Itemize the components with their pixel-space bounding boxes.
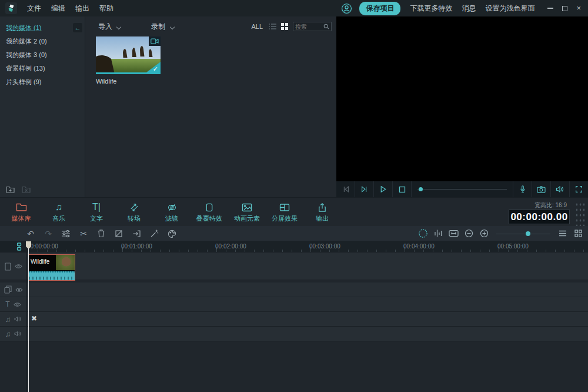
speaker-icon[interactable] bbox=[14, 331, 21, 337]
download-effects-link[interactable]: 下载更多特效 bbox=[410, 4, 452, 14]
timeline-clip-wildlife[interactable]: Wildlife bbox=[28, 254, 75, 281]
tab-label: 滤镜 bbox=[165, 214, 178, 223]
eye-icon[interactable] bbox=[14, 302, 21, 307]
tab-transitions[interactable]: 转场 bbox=[115, 201, 153, 223]
split-screen-icon bbox=[279, 201, 290, 213]
ruler-tick-label: 00:00:00:00 bbox=[27, 243, 58, 250]
menu-file[interactable]: 文件 bbox=[27, 4, 41, 14]
image-icon bbox=[242, 201, 252, 213]
undo-icon[interactable]: ↶ bbox=[22, 229, 39, 238]
tab-elements[interactable]: 动画元素 bbox=[228, 201, 266, 223]
track-manage-icon[interactable] bbox=[15, 242, 23, 251]
video-track[interactable]: Wildlife bbox=[0, 253, 588, 280]
tab-text[interactable]: T| 文字 bbox=[78, 201, 115, 223]
media-item-wildlife[interactable]: ✓ Wildlife bbox=[96, 36, 161, 85]
record-dropdown[interactable]: 录制 bbox=[151, 22, 173, 32]
import-dropdown[interactable]: 导入 bbox=[98, 22, 121, 32]
grid-view-icon[interactable] bbox=[281, 23, 288, 30]
zoom-slider-track bbox=[496, 234, 550, 234]
volume-icon[interactable] bbox=[551, 185, 569, 193]
zoom-in-icon[interactable] bbox=[477, 229, 490, 238]
timecode-display[interactable]: 00:00:00.00 bbox=[509, 210, 570, 224]
minimize-icon[interactable] bbox=[547, 8, 553, 9]
fullscreen-icon[interactable] bbox=[570, 185, 588, 193]
properties-icon[interactable] bbox=[57, 229, 75, 238]
aspect-ratio-label: 宽高比: 16:9 bbox=[534, 201, 567, 210]
add-folder-icon[interactable] bbox=[6, 185, 16, 194]
sidebar-item-background-samples[interactable]: 背景样例 (13) bbox=[0, 62, 85, 75]
snapshot-camera-icon[interactable] bbox=[532, 185, 550, 193]
tab-overlay-effects[interactable]: 叠覆特效 bbox=[191, 201, 228, 223]
render-preview-icon[interactable] bbox=[416, 228, 429, 238]
menu-export[interactable]: 输出 bbox=[75, 4, 89, 14]
crop-icon[interactable] bbox=[110, 229, 128, 238]
timeline-tools: ↶ ↷ ✂ bbox=[22, 229, 181, 238]
zoom-to-fit-icon[interactable] bbox=[447, 230, 460, 237]
preview-screen[interactable] bbox=[336, 16, 588, 181]
track-list-icon[interactable] bbox=[556, 230, 569, 237]
eye-icon[interactable] bbox=[15, 264, 22, 269]
tab-music[interactable]: ♫ 音乐 bbox=[40, 201, 78, 223]
seek-slider[interactable] bbox=[417, 181, 507, 197]
sidebar-item-intro-samples[interactable]: 片头样例 (9) bbox=[0, 75, 85, 89]
delete-icon[interactable] bbox=[92, 229, 110, 238]
export-icon bbox=[318, 201, 327, 213]
microphone-icon[interactable] bbox=[513, 185, 532, 194]
app-logo-icon bbox=[5, 2, 17, 14]
menu-help[interactable]: 帮助 bbox=[99, 4, 113, 14]
messages-link[interactable]: 消息 bbox=[462, 4, 476, 14]
magic-wand-icon[interactable] bbox=[145, 229, 163, 238]
maximize-icon[interactable] bbox=[562, 6, 567, 11]
audio-mixer-icon[interactable] bbox=[432, 229, 445, 238]
previous-frame-icon[interactable] bbox=[336, 185, 355, 193]
timeline-ruler[interactable]: 00:00:00:00 00:01:00:00 00:02:00:00 00:0… bbox=[0, 241, 588, 252]
delete-folder-icon[interactable] bbox=[22, 185, 32, 194]
music-track-1[interactable]: ♫ bbox=[0, 312, 588, 327]
play-icon[interactable] bbox=[374, 185, 392, 193]
tab-split-screen[interactable]: 分屏效果 bbox=[266, 201, 303, 223]
music-track-2[interactable]: ♫ bbox=[0, 327, 588, 341]
sidebar-item-my-media-3[interactable]: 我的媒体 3 (0) bbox=[0, 48, 85, 62]
tab-label: 输出 bbox=[316, 214, 329, 223]
light-mode-link[interactable]: 设置为浅色界面 bbox=[485, 4, 534, 14]
speed-icon[interactable] bbox=[128, 229, 145, 238]
stop-icon[interactable] bbox=[393, 186, 411, 193]
tab-export[interactable]: 输出 bbox=[303, 201, 341, 223]
seek-handle[interactable] bbox=[419, 187, 423, 191]
eye-icon[interactable] bbox=[15, 287, 23, 293]
search-input[interactable] bbox=[295, 24, 323, 30]
close-icon[interactable]: × bbox=[576, 5, 581, 11]
tab-media-library[interactable]: 媒体库 bbox=[2, 201, 40, 223]
chevron-down-icon bbox=[116, 24, 121, 29]
track-grid-icon[interactable] bbox=[572, 230, 584, 237]
collapse-sidebar-button[interactable]: ← bbox=[73, 23, 82, 32]
filter-all-label[interactable]: ALL bbox=[251, 23, 263, 30]
overlay-track[interactable] bbox=[0, 283, 588, 297]
panel-grip-handle[interactable] bbox=[575, 202, 585, 227]
text-tool-icon: T| bbox=[92, 201, 101, 213]
save-project-button[interactable]: 保存项目 bbox=[359, 2, 400, 15]
speaker-icon[interactable] bbox=[14, 316, 21, 322]
timeline: 00:00:00:00 00:01:00:00 00:02:00:00 00:0… bbox=[0, 241, 588, 392]
tab-label: 文字 bbox=[90, 214, 103, 223]
account-icon[interactable] bbox=[341, 3, 352, 14]
redo-icon[interactable]: ↷ bbox=[39, 229, 57, 238]
timeline-zoom-controls bbox=[416, 228, 584, 240]
color-palette-icon[interactable] bbox=[163, 229, 181, 238]
text-track-icon: T bbox=[5, 300, 9, 308]
list-view-icon[interactable] bbox=[269, 23, 276, 30]
zoom-slider-handle[interactable] bbox=[526, 231, 530, 236]
aspect-label: 宽高比: bbox=[534, 202, 554, 208]
menu-edit[interactable]: 编辑 bbox=[51, 4, 65, 14]
timeline-zoom-slider[interactable] bbox=[496, 228, 550, 240]
next-frame-icon[interactable] bbox=[355, 185, 373, 193]
sidebar-item-my-media-1[interactable]: 我的媒体 (1) bbox=[0, 21, 85, 35]
transition-icon bbox=[129, 201, 139, 213]
tab-filters[interactable]: 滤镜 bbox=[153, 201, 191, 223]
cut-icon[interactable]: ✂ bbox=[75, 229, 92, 238]
track-header-divider bbox=[26, 252, 27, 392]
zoom-out-icon[interactable] bbox=[462, 229, 475, 238]
tab-label: 分屏效果 bbox=[272, 214, 298, 223]
text-track[interactable]: T bbox=[0, 297, 588, 312]
sidebar-item-my-media-2[interactable]: 我的媒体 2 (0) bbox=[0, 35, 85, 48]
